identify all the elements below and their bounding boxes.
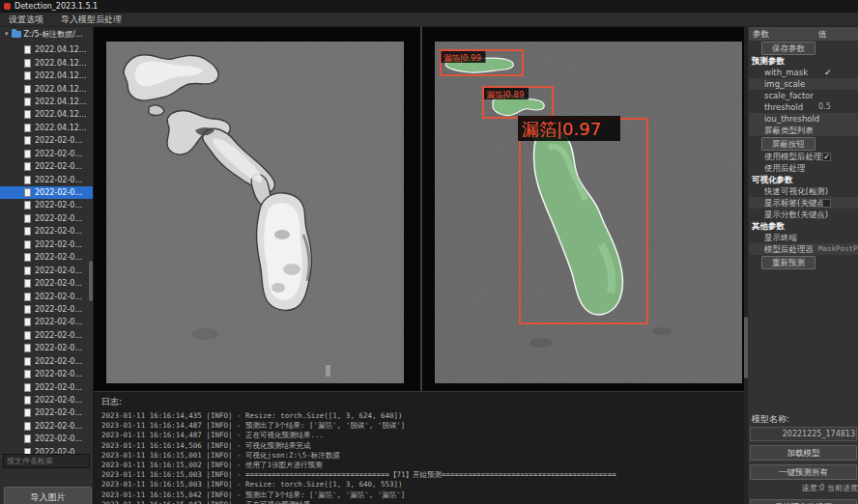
param-label: 模型后处理器 bbox=[764, 243, 814, 255]
file-icon bbox=[24, 124, 31, 132]
mask-types-button[interactable]: 屏蔽按钮 bbox=[761, 137, 815, 151]
param-row[interactable]: 使用模型后处理✓ bbox=[749, 151, 858, 162]
menu-import-postprocess[interactable]: 导入模型后处理 bbox=[52, 13, 130, 27]
model-name-field[interactable]: 20221225_174813 bbox=[750, 427, 857, 441]
file-tree[interactable]: 2022.04.12...2022.04.12...2022.04.12...2… bbox=[0, 43, 93, 490]
tree-item[interactable]: 2022-02-0... bbox=[0, 148, 93, 160]
tree-item[interactable]: 2022-02-0... bbox=[0, 160, 93, 173]
tree-item[interactable]: 2022-02-0... bbox=[0, 303, 93, 316]
param-row[interactable]: 显示终端 bbox=[749, 232, 858, 243]
tree-item[interactable]: 2022-02-0... bbox=[0, 212, 93, 225]
tree-item[interactable]: 2022-02-0... bbox=[0, 134, 93, 147]
param-row[interactable]: 显示分数(关键点) bbox=[749, 209, 858, 220]
tree-item[interactable]: 2022.04.12... bbox=[0, 122, 93, 134]
repredict-button[interactable]: 重新预测 bbox=[761, 256, 815, 269]
param-row[interactable]: 使用后处理 bbox=[749, 162, 858, 174]
load-model-button[interactable]: 加载模型 bbox=[750, 445, 857, 461]
tree-scrollbar-thumb[interactable] bbox=[89, 261, 93, 301]
log-line: 2023-01-11 16:16:14,487 |INFO| - 正在可视化预测… bbox=[101, 431, 744, 440]
tree-item[interactable]: 2022-02-0... bbox=[0, 380, 93, 393]
file-icon bbox=[24, 59, 31, 68]
file-icon bbox=[24, 214, 31, 223]
postprocess-settings-button[interactable]: 后处理参数设置 bbox=[750, 499, 857, 504]
tree-item[interactable]: 2022.04.12... bbox=[0, 96, 93, 108]
params-scrollbar-thumb[interactable] bbox=[744, 317, 748, 378]
params-section-header: 预测参数 bbox=[749, 55, 858, 67]
file-icon bbox=[24, 318, 31, 326]
save-params-button[interactable]: 保存参数 bbox=[761, 42, 815, 55]
source-image-panel[interactable] bbox=[106, 42, 404, 383]
tree-root[interactable]: ▾ Z:/5-标注数据/... bbox=[0, 27, 93, 41]
detection-label: 漏箔|0.97 bbox=[522, 119, 601, 139]
tree-item[interactable]: 2022-02-0... bbox=[0, 225, 93, 238]
tree-item[interactable]: 2022-02-0... bbox=[0, 238, 93, 251]
log-line: 2023-01-11 16:16:15,003 |INFO| - =======… bbox=[101, 470, 744, 480]
app-window: Detection_2023.1.5.1 设置选项 导入模型后处理 ▾ Z:/5… bbox=[0, 0, 858, 504]
param-label: with_mask bbox=[764, 67, 808, 78]
tree-item[interactable]: 2022-02-0... bbox=[0, 173, 93, 185]
tree-item-label: 2022-02-0... bbox=[35, 318, 82, 326]
param-row[interactable]: 模型后处理器MaskPostPro bbox=[749, 243, 858, 255]
tree-item[interactable]: 2022-02-0... bbox=[0, 290, 93, 302]
tree-item[interactable]: 2022.04.12... bbox=[0, 43, 93, 56]
check-icon[interactable]: ✓ bbox=[824, 67, 832, 78]
param-row[interactable]: iou_threshold bbox=[749, 113, 858, 125]
param-label: 屏蔽类型列表 bbox=[764, 125, 814, 136]
tree-item[interactable]: 2022-02-0... bbox=[0, 199, 93, 211]
param-row[interactable]: 快速可视化(检测) bbox=[749, 185, 858, 197]
param-label: 快速可视化(检测) bbox=[764, 185, 828, 197]
log-title: 日志: bbox=[101, 396, 744, 408]
log-area[interactable]: 日志: 2023-01-11 16:16:14,435 |INFO| - Res… bbox=[94, 391, 744, 504]
menu-settings[interactable]: 设置选项 bbox=[0, 13, 52, 27]
chevron-down-icon: ▾ bbox=[5, 27, 9, 41]
tree-item[interactable]: 2022-02-0... bbox=[0, 406, 93, 419]
tree-item[interactable]: 2022.04.12... bbox=[0, 82, 93, 95]
tree-item[interactable]: 2022-02-0... bbox=[0, 329, 93, 342]
param-row[interactable]: with_mask✓ bbox=[749, 67, 858, 78]
tree-item[interactable]: 2022-02-0... bbox=[0, 264, 93, 276]
file-icon bbox=[24, 201, 31, 210]
file-icon bbox=[24, 396, 31, 405]
file-icon bbox=[24, 162, 31, 171]
tree-item[interactable]: 2022-02-0... bbox=[0, 433, 93, 445]
splitter-handle[interactable] bbox=[326, 365, 330, 377]
tree-item[interactable]: 2022-02-0... bbox=[0, 186, 93, 199]
param-row[interactable]: img_scale bbox=[749, 78, 858, 90]
tree-item[interactable]: 2022-02-0... bbox=[0, 342, 93, 354]
tree-item[interactable]: 2022-02-0... bbox=[0, 368, 93, 380]
params-scrollbar[interactable] bbox=[744, 27, 748, 504]
param-label: scale_factor bbox=[764, 90, 814, 101]
checkbox-checked[interactable]: ✓ bbox=[822, 153, 831, 161]
tree-item[interactable]: 2022-02-0... bbox=[0, 420, 93, 433]
header-param: 参数 bbox=[753, 27, 769, 41]
predict-all-button[interactable]: 一键预测所有 bbox=[750, 464, 857, 480]
tree-item[interactable]: 2022-02-0... bbox=[0, 251, 93, 264]
pane-divider[interactable] bbox=[420, 27, 422, 391]
tree-item[interactable]: 2022-02-0... bbox=[0, 277, 93, 290]
tree-item[interactable]: 2022.04.12... bbox=[0, 108, 93, 121]
file-icon bbox=[24, 45, 31, 54]
prediction-image-panel[interactable]: 漏箔|0.99 漏箔|0.89 漏箔|0.97 bbox=[435, 42, 742, 383]
tree-item[interactable]: 2022-02-0... bbox=[0, 316, 93, 328]
tree-item-label: 2022.04.12... bbox=[35, 71, 86, 80]
param-row[interactable]: 显示标签(关键点) bbox=[749, 197, 858, 209]
log-lines: 2023-01-11 16:16:14,435 |INFO| - Resize:… bbox=[101, 411, 744, 504]
file-icon bbox=[24, 293, 31, 301]
import-images-button[interactable]: 导入图片 bbox=[4, 487, 92, 504]
checkbox-empty[interactable] bbox=[822, 199, 831, 208]
tree-item[interactable]: 2022.04.12... bbox=[0, 70, 93, 82]
tree-item[interactable]: 2022.04.12... bbox=[0, 56, 93, 69]
param-row[interactable]: 屏蔽类型列表 bbox=[749, 125, 858, 136]
param-row[interactable]: scale_factor bbox=[749, 90, 858, 101]
header-value: 值 bbox=[818, 27, 827, 41]
search-input[interactable] bbox=[3, 454, 90, 468]
tree-item-label: 2022-02-0... bbox=[35, 176, 82, 184]
speed-text: 速度:0 当前进度 bbox=[749, 482, 858, 495]
tree-item[interactable]: 2022-02-0... bbox=[0, 394, 93, 406]
param-row[interactable]: threshold0.5 bbox=[749, 101, 858, 113]
file-icon bbox=[24, 279, 31, 288]
file-icon bbox=[24, 85, 31, 94]
tree-item-label: 2022-02-0... bbox=[35, 150, 82, 158]
tree-item[interactable]: 2022-02-0... bbox=[0, 355, 93, 368]
model-section: 模型名称: 20221225_174813 加载模型 一键预测所有 速度:0 当… bbox=[749, 413, 858, 504]
